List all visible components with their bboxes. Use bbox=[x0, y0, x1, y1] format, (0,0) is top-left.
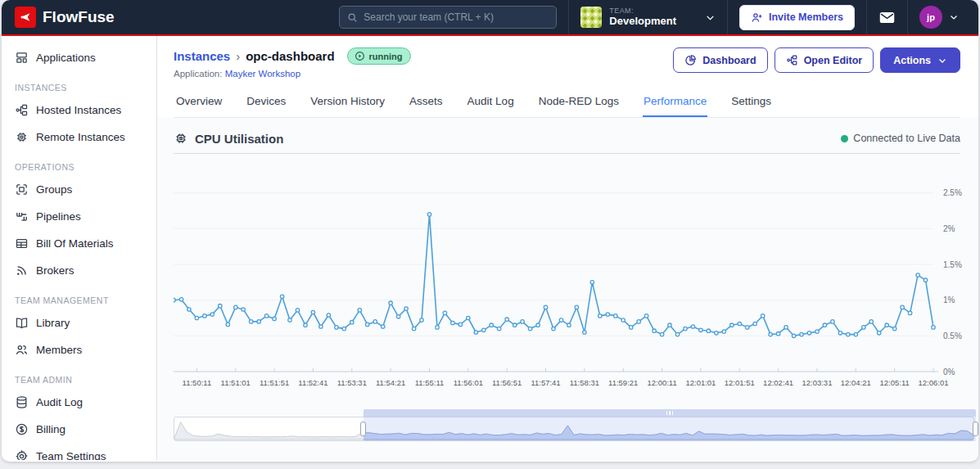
sidebar-section-instances: INSTANCES bbox=[15, 83, 143, 92]
navigator-selection[interactable] bbox=[364, 409, 976, 441]
sidebar-item-billing[interactable]: Billing bbox=[2, 416, 156, 443]
svg-text:11:51:51: 11:51:51 bbox=[260, 378, 289, 387]
team-avatar bbox=[580, 7, 602, 28]
navigator-move-handle[interactable] bbox=[364, 409, 976, 417]
svg-text:11:54:21: 11:54:21 bbox=[376, 378, 405, 387]
breadcrumb-separator: › bbox=[236, 49, 240, 63]
user-plus-icon bbox=[751, 11, 763, 24]
tab-settings[interactable]: Settings bbox=[730, 92, 772, 117]
sidebar-item-brokers[interactable]: Brokers bbox=[2, 257, 156, 284]
svg-text:12:02:41: 12:02:41 bbox=[763, 378, 793, 387]
pipelines-icon bbox=[15, 210, 29, 223]
node-editor-icon bbox=[786, 54, 798, 66]
svg-text:12:01:01: 12:01:01 bbox=[685, 378, 716, 387]
sidebar-item-groups[interactable]: Groups bbox=[2, 176, 156, 203]
chart-title: CPU Utilisation bbox=[195, 132, 283, 146]
svg-text:11:57:41: 11:57:41 bbox=[531, 378, 560, 387]
team-search[interactable] bbox=[339, 6, 557, 29]
mail-icon bbox=[878, 9, 896, 26]
svg-text:1.5%: 1.5% bbox=[943, 260, 962, 269]
tab-assets[interactable]: Assets bbox=[409, 92, 444, 117]
instance-name: opc-dashboard bbox=[246, 49, 334, 63]
navigator-handle-right[interactable] bbox=[973, 422, 978, 436]
sidebar: Applications INSTANCES Hosted Instances … bbox=[2, 36, 157, 460]
open-editor-button[interactable]: Open Editor bbox=[775, 47, 874, 73]
sidebar-item-remote-instances[interactable]: Remote Instances bbox=[2, 124, 156, 151]
play-circle-icon bbox=[355, 51, 365, 61]
sidebar-item-audit-log[interactable]: Audit Log bbox=[2, 389, 156, 416]
breadcrumb: Instances › opc-dashboard running bbox=[174, 47, 411, 65]
svg-text:11:51:01: 11:51:01 bbox=[221, 378, 251, 387]
svg-text:12:06:01: 12:06:01 bbox=[919, 378, 949, 387]
svg-text:11:59:21: 11:59:21 bbox=[608, 378, 638, 387]
applications-icon bbox=[15, 51, 29, 65]
live-status: Connected to Live Data bbox=[841, 133, 960, 144]
svg-text:11:56:51: 11:56:51 bbox=[492, 378, 522, 387]
cpu-line-chart: 0%0.5%1%1.5%2%2.5%11:50:1111:51:0111:51:… bbox=[174, 157, 976, 396]
svg-text:11:53:31: 11:53:31 bbox=[337, 378, 367, 387]
chart-time-navigator bbox=[174, 409, 976, 442]
tab-devices[interactable]: Devices bbox=[246, 92, 287, 117]
search-input[interactable] bbox=[364, 11, 549, 23]
sidebar-item-library[interactable]: Library bbox=[2, 309, 156, 336]
invite-members-button[interactable]: Invite Members bbox=[739, 5, 855, 30]
sidebar-item-members[interactable]: Members bbox=[2, 336, 156, 363]
flowfuse-logo[interactable]: FlowFuse bbox=[15, 7, 115, 28]
library-icon bbox=[15, 316, 29, 330]
mail-button[interactable] bbox=[866, 0, 907, 34]
actions-button[interactable]: Actions bbox=[880, 47, 960, 73]
tab-node-red-logs[interactable]: Node-RED Logs bbox=[538, 92, 620, 117]
brand-name: FlowFuse bbox=[43, 8, 115, 26]
svg-text:0%: 0% bbox=[943, 368, 955, 377]
instance-tabs: Overview Devices Version History Assets … bbox=[174, 92, 960, 118]
members-icon bbox=[15, 343, 29, 357]
dashboard-button[interactable]: Dashboard bbox=[673, 47, 767, 73]
search-icon bbox=[347, 12, 358, 23]
live-status-dot-icon bbox=[841, 135, 848, 142]
sidebar-item-applications[interactable]: Applications bbox=[2, 44, 156, 71]
sidebar-item-team-settings[interactable]: Team Settings bbox=[2, 443, 156, 460]
tab-overview[interactable]: Overview bbox=[175, 92, 223, 117]
svg-text:12:00:11: 12:00:11 bbox=[647, 378, 676, 387]
groups-icon bbox=[15, 183, 29, 196]
svg-text:12:03:31: 12:03:31 bbox=[802, 378, 832, 387]
application-link[interactable]: Mayker Workshop bbox=[225, 69, 300, 79]
user-menu[interactable]: jp bbox=[907, 0, 970, 34]
svg-text:1%: 1% bbox=[943, 295, 955, 304]
team-selector[interactable]: TEAM: Development bbox=[568, 0, 727, 34]
top-navbar: FlowFuse TEAM: Development Invite Member… bbox=[2, 0, 978, 36]
sidebar-item-pipelines[interactable]: Pipelines bbox=[2, 203, 156, 230]
tab-performance[interactable]: Performance bbox=[643, 92, 707, 117]
svg-text:11:56:01: 11:56:01 bbox=[454, 378, 483, 387]
svg-text:11:55:11: 11:55:11 bbox=[415, 378, 445, 387]
tab-version-history[interactable]: Version History bbox=[309, 92, 386, 117]
breadcrumb-instances-link[interactable]: Instances bbox=[174, 49, 230, 63]
svg-text:12:04:21: 12:04:21 bbox=[841, 378, 871, 387]
sidebar-section-team-management: TEAM MANAGEMENT bbox=[15, 295, 143, 305]
hosted-instances-icon bbox=[15, 103, 29, 117]
status-badge: running bbox=[347, 47, 412, 65]
tab-audit-log[interactable]: Audit Log bbox=[467, 92, 515, 117]
app-window: FlowFuse TEAM: Development Invite Member… bbox=[2, 0, 978, 462]
svg-text:2.5%: 2.5% bbox=[943, 188, 962, 197]
brokers-icon bbox=[15, 264, 29, 277]
svg-text:2%: 2% bbox=[943, 224, 955, 233]
navigator-handle-left[interactable] bbox=[360, 422, 366, 436]
chevron-down-icon bbox=[937, 56, 947, 65]
sidebar-section-team-admin: TEAM ADMIN bbox=[15, 375, 143, 385]
flowfuse-logo-icon bbox=[15, 7, 36, 28]
svg-text:11:58:31: 11:58:31 bbox=[570, 378, 599, 387]
chevron-down-icon bbox=[949, 12, 959, 22]
main-panel: Instances › opc-dashboard running Applic… bbox=[157, 36, 978, 460]
svg-text:11:50:11: 11:50:11 bbox=[183, 378, 212, 387]
cpu-chart: 0%0.5%1%1.5%2%2.5%11:50:1111:51:0111:51:… bbox=[174, 157, 960, 399]
remote-instances-icon bbox=[15, 130, 29, 144]
user-avatar: jp bbox=[919, 6, 942, 29]
sidebar-item-bill-of-materials[interactable]: Bill Of Materials bbox=[2, 230, 156, 257]
instance-header: Instances › opc-dashboard running Applic… bbox=[157, 36, 978, 118]
sidebar-item-hosted-instances[interactable]: Hosted Instances bbox=[2, 97, 156, 124]
team-name: Development bbox=[609, 16, 676, 28]
bill-of-materials-icon bbox=[15, 237, 29, 250]
cpu-icon bbox=[174, 131, 188, 146]
svg-text:0.5%: 0.5% bbox=[943, 331, 962, 340]
